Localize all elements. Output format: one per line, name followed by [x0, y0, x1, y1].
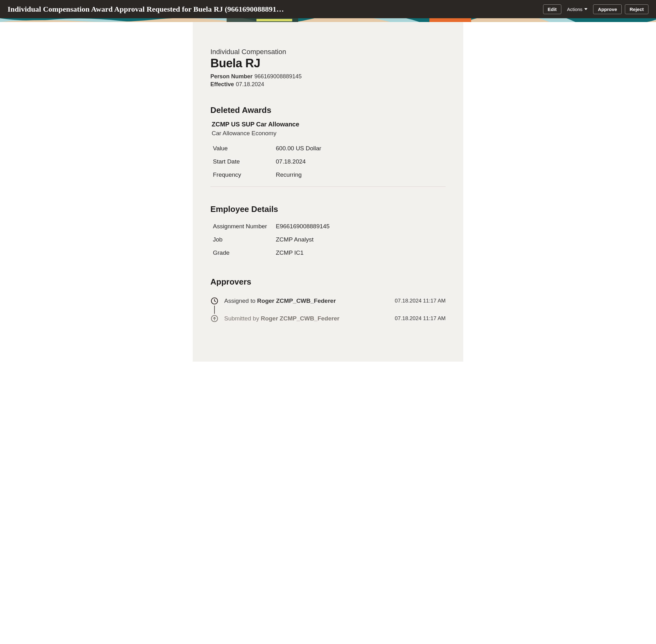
effective-value: 07.18.2024	[236, 81, 264, 87]
frequency-label: Frequency	[213, 171, 276, 178]
assigned-text: Assigned to Roger ZCMP_CWB_Federer	[224, 297, 395, 304]
deleted-awards-heading: Deleted Awards	[210, 105, 446, 115]
page-title: Individual Compensation Award Approval R…	[7, 5, 543, 14]
svg-rect-3	[256, 19, 292, 21]
grade-value: ZCMP IC1	[276, 249, 446, 256]
grade-row: Grade ZCMP IC1	[210, 246, 446, 259]
assigned-date: 07.18.2024 11:17 AM	[395, 298, 446, 304]
value-value: 600.00 US Dollar	[276, 145, 446, 152]
reject-button[interactable]: Reject	[625, 4, 649, 14]
hero-banner	[0, 18, 656, 22]
assignment-number-value: E966169008889145	[276, 223, 446, 230]
actions-menu-button[interactable]: Actions	[565, 5, 590, 14]
person-name: Buela RJ	[210, 56, 446, 70]
person-number-line: Person Number966169008889145	[210, 73, 446, 80]
assigned-prefix: Assigned to	[224, 297, 257, 304]
clock-icon	[210, 297, 219, 305]
award-option: Car Allowance Economy	[212, 130, 446, 137]
chevron-down-icon	[584, 8, 587, 10]
frequency-value: Recurring	[276, 171, 446, 178]
section-label: Individual Compensation	[210, 48, 446, 56]
person-number-label: Person Number	[210, 73, 252, 79]
divider	[210, 186, 446, 187]
effective-line: Effective07.18.2024	[210, 81, 446, 88]
grade-label: Grade	[213, 249, 276, 256]
assigned-name: Roger ZCMP_CWB_Federer	[257, 297, 336, 304]
approver-submitted-item: Submitted by Roger ZCMP_CWB_Federer 07.1…	[210, 313, 446, 324]
timeline-connector	[214, 306, 215, 314]
approvers-heading: Approvers	[210, 277, 446, 287]
submitted-name: Roger ZCMP_CWB_Federer	[261, 315, 339, 322]
person-number-value: 966169008889145	[254, 73, 301, 79]
assignment-number-label: Assignment Number	[213, 223, 276, 230]
award-value-row: Value 600.00 US Dollar	[210, 142, 446, 155]
approve-button[interactable]: Approve	[593, 4, 622, 14]
value-label: Value	[213, 145, 276, 152]
start-date-value: 07.18.2024	[276, 158, 446, 165]
start-date-label: Start Date	[213, 158, 276, 165]
edit-button[interactable]: Edit	[543, 4, 561, 14]
notification-card: Individual Compensation Buela RJ Person …	[193, 22, 463, 362]
approver-assigned-item: Assigned to Roger ZCMP_CWB_Federer 07.18…	[210, 296, 446, 306]
job-label: Job	[213, 236, 276, 243]
submitted-date: 07.18.2024 11:17 AM	[395, 315, 446, 322]
job-row: Job ZCMP Analyst	[210, 233, 446, 246]
award-name: ZCMP US SUP Car Allowance	[212, 121, 446, 128]
assignment-number-row: Assignment Number E966169008889145	[210, 220, 446, 233]
employee-details-heading: Employee Details	[210, 204, 446, 214]
actions-label: Actions	[567, 7, 582, 12]
topbar: Individual Compensation Award Approval R…	[0, 0, 656, 18]
submitted-prefix: Submitted by	[224, 315, 261, 322]
award-start-row: Start Date 07.18.2024	[210, 155, 446, 168]
submitted-text: Submitted by Roger ZCMP_CWB_Federer	[224, 315, 395, 322]
topbar-buttons: Edit Actions Approve Reject	[543, 4, 649, 14]
effective-label: Effective	[210, 81, 234, 87]
award-frequency-row: Frequency Recurring	[210, 168, 446, 181]
svg-rect-1	[429, 18, 471, 22]
job-value: ZCMP Analyst	[276, 236, 446, 243]
submitted-icon	[210, 315, 219, 323]
approvers-timeline: Assigned to Roger ZCMP_CWB_Federer 07.18…	[210, 296, 446, 324]
